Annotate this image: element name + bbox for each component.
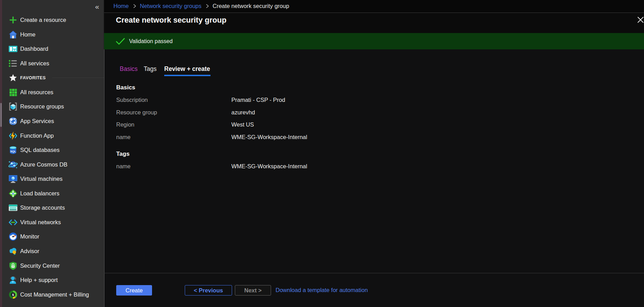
svg-text:$: $ (12, 292, 14, 296)
svg-text:SQL: SQL (10, 150, 16, 153)
